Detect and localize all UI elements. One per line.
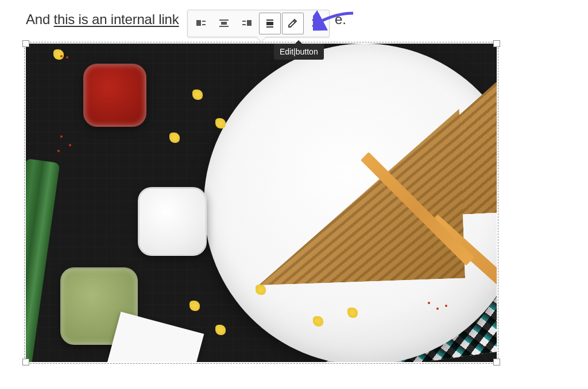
align-right-button[interactable] [236,13,258,34]
svg-rect-5 [219,26,229,27]
svg-rect-0 [196,20,201,26]
pencil-icon [287,17,299,30]
align-right-icon [241,17,253,30]
svg-rect-3 [219,20,229,21]
tooltip-text: Edit|button [280,47,318,56]
edit-image-button[interactable] [282,13,304,34]
resize-handle-bottom-left[interactable] [22,359,29,365]
resize-handle-top-left[interactable] [22,40,29,47]
resize-handle-top-right[interactable] [493,40,500,47]
remove-image-button[interactable] [305,13,327,34]
edit-button-tooltip: Edit|button [274,44,324,60]
svg-rect-11 [266,26,273,28]
align-left-button[interactable] [190,13,212,34]
align-center-icon [218,17,230,30]
align-center-button[interactable] [213,13,235,34]
svg-rect-1 [202,21,206,22]
text-before-link: And [26,11,54,27]
svg-rect-2 [202,24,206,25]
selected-image-container[interactable] [26,44,497,362]
svg-rect-7 [242,21,246,22]
text-after-obscured: e. [335,11,346,27]
food-image-placeholder [26,44,497,362]
close-icon [310,17,322,30]
svg-rect-9 [266,20,273,21]
svg-rect-4 [221,22,227,25]
align-left-icon [195,17,207,30]
align-none-button[interactable] [259,13,281,34]
svg-rect-6 [247,20,252,26]
resize-handle-bottom-right[interactable] [493,359,500,365]
svg-rect-8 [242,24,246,25]
align-none-icon [264,17,276,30]
internal-link[interactable]: this is an internal link [54,11,179,27]
svg-rect-10 [266,22,273,25]
image-edit-toolbar [187,10,330,37]
svg-line-12 [293,21,295,22]
